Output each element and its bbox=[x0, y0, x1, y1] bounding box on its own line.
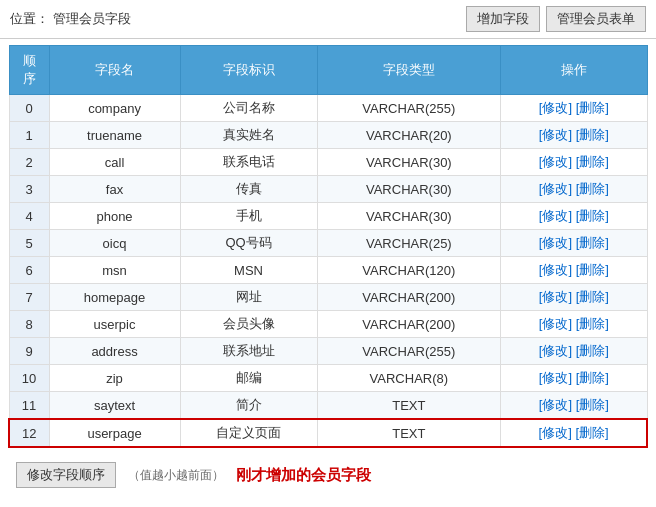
fields-table: 顺序 字段名 字段标识 字段类型 操作 0company公司名称VARCHAR(… bbox=[8, 45, 648, 448]
cell-field-type: VARCHAR(20) bbox=[317, 122, 501, 149]
cell-action: [修改] [删除] bbox=[501, 122, 647, 149]
cell-field-type: VARCHAR(120) bbox=[317, 257, 501, 284]
edit-link[interactable]: [修改] bbox=[539, 208, 572, 223]
cell-action: [修改] [删除] bbox=[501, 338, 647, 365]
manage-member-form-button[interactable]: 管理会员表单 bbox=[546, 6, 646, 32]
cell-action: [修改] [删除] bbox=[501, 365, 647, 392]
cell-action: [修改] [删除] bbox=[501, 203, 647, 230]
table-row: 10zip邮编VARCHAR(8)[修改] [删除] bbox=[9, 365, 647, 392]
table-row: 1truename真实姓名VARCHAR(20)[修改] [删除] bbox=[9, 122, 647, 149]
delete-link[interactable]: [删除] bbox=[576, 235, 609, 250]
edit-link[interactable]: [修改] bbox=[539, 127, 572, 142]
delete-link[interactable]: [删除] bbox=[576, 127, 609, 142]
cell-seq: 6 bbox=[9, 257, 49, 284]
cell-action: [修改] [删除] bbox=[501, 149, 647, 176]
table-row: 3fax传真VARCHAR(30)[修改] [删除] bbox=[9, 176, 647, 203]
edit-link[interactable]: [修改] bbox=[539, 262, 572, 277]
delete-link[interactable]: [删除] bbox=[576, 154, 609, 169]
delete-link[interactable]: [删除] bbox=[575, 425, 608, 440]
cell-action: [修改] [删除] bbox=[501, 311, 647, 338]
cell-field-type: VARCHAR(255) bbox=[317, 95, 501, 122]
col-header-seq: 顺序 bbox=[9, 46, 49, 95]
delete-link[interactable]: [删除] bbox=[576, 100, 609, 115]
new-field-notice: 刚才增加的会员字段 bbox=[236, 466, 371, 485]
delete-link[interactable]: [删除] bbox=[576, 289, 609, 304]
cell-field-type: VARCHAR(255) bbox=[317, 338, 501, 365]
cell-seq: 4 bbox=[9, 203, 49, 230]
cell-field-name: userpage bbox=[49, 419, 180, 447]
table-row: 9address联系地址VARCHAR(255)[修改] [删除] bbox=[9, 338, 647, 365]
cell-seq: 10 bbox=[9, 365, 49, 392]
table-row: 11saytext简介TEXT[修改] [删除] bbox=[9, 392, 647, 420]
delete-link[interactable]: [删除] bbox=[576, 316, 609, 331]
cell-field-name: truename bbox=[49, 122, 180, 149]
delete-link[interactable]: [删除] bbox=[576, 181, 609, 196]
cell-field-type: TEXT bbox=[317, 392, 501, 420]
cell-field-label: 联系电话 bbox=[180, 149, 317, 176]
cell-seq: 11 bbox=[9, 392, 49, 420]
cell-field-name: zip bbox=[49, 365, 180, 392]
cell-seq: 0 bbox=[9, 95, 49, 122]
cell-field-label: 真实姓名 bbox=[180, 122, 317, 149]
delete-link[interactable]: [删除] bbox=[576, 343, 609, 358]
cell-seq: 5 bbox=[9, 230, 49, 257]
cell-field-label: QQ号码 bbox=[180, 230, 317, 257]
edit-link[interactable]: [修改] bbox=[539, 235, 572, 250]
cell-field-label: 邮编 bbox=[180, 365, 317, 392]
table-row: 0company公司名称VARCHAR(255)[修改] [删除] bbox=[9, 95, 647, 122]
table-header-row: 顺序 字段名 字段标识 字段类型 操作 bbox=[9, 46, 647, 95]
edit-link[interactable]: [修改] bbox=[539, 343, 572, 358]
breadcrumb-page: 管理会员字段 bbox=[53, 11, 131, 26]
cell-field-type: VARCHAR(200) bbox=[317, 311, 501, 338]
delete-link[interactable]: [删除] bbox=[576, 208, 609, 223]
cell-field-name: msn bbox=[49, 257, 180, 284]
edit-link[interactable]: [修改] bbox=[539, 316, 572, 331]
cell-field-type: VARCHAR(30) bbox=[317, 149, 501, 176]
cell-field-type: VARCHAR(8) bbox=[317, 365, 501, 392]
cell-field-label: 会员头像 bbox=[180, 311, 317, 338]
col-header-action: 操作 bbox=[501, 46, 647, 95]
cell-field-type: VARCHAR(25) bbox=[317, 230, 501, 257]
add-field-button[interactable]: 增加字段 bbox=[466, 6, 540, 32]
cell-action: [修改] [删除] bbox=[501, 230, 647, 257]
cell-field-name: fax bbox=[49, 176, 180, 203]
edit-link[interactable]: [修改] bbox=[539, 425, 572, 440]
cell-seq: 8 bbox=[9, 311, 49, 338]
edit-link[interactable]: [修改] bbox=[539, 181, 572, 196]
delete-link[interactable]: [删除] bbox=[576, 397, 609, 412]
cell-action: [修改] [删除] bbox=[501, 392, 647, 420]
cell-field-label: 网址 bbox=[180, 284, 317, 311]
cell-action: [修改] [删除] bbox=[501, 419, 647, 447]
cell-seq: 3 bbox=[9, 176, 49, 203]
edit-link[interactable]: [修改] bbox=[539, 370, 572, 385]
delete-link[interactable]: [删除] bbox=[576, 262, 609, 277]
cell-field-name: call bbox=[49, 149, 180, 176]
cell-field-label: MSN bbox=[180, 257, 317, 284]
table-row: 12userpage自定义页面TEXT[修改] [删除] bbox=[9, 419, 647, 447]
table-row: 6msnMSNVARCHAR(120)[修改] [删除] bbox=[9, 257, 647, 284]
cell-field-name: company bbox=[49, 95, 180, 122]
table-row: 2call联系电话VARCHAR(30)[修改] [删除] bbox=[9, 149, 647, 176]
table-row: 5oicqQQ号码VARCHAR(25)[修改] [删除] bbox=[9, 230, 647, 257]
edit-link[interactable]: [修改] bbox=[539, 154, 572, 169]
cell-field-name: address bbox=[49, 338, 180, 365]
edit-link[interactable]: [修改] bbox=[539, 397, 572, 412]
col-header-name: 字段名 bbox=[49, 46, 180, 95]
edit-link[interactable]: [修改] bbox=[539, 289, 572, 304]
table-row: 4phone手机VARCHAR(30)[修改] [删除] bbox=[9, 203, 647, 230]
col-header-type: 字段类型 bbox=[317, 46, 501, 95]
cell-seq: 9 bbox=[9, 338, 49, 365]
cell-field-label: 简介 bbox=[180, 392, 317, 420]
breadcrumb-label: 位置： bbox=[10, 11, 49, 26]
cell-field-name: phone bbox=[49, 203, 180, 230]
cell-field-type: TEXT bbox=[317, 419, 501, 447]
edit-link[interactable]: [修改] bbox=[539, 100, 572, 115]
table-row: 7homepage网址VARCHAR(200)[修改] [删除] bbox=[9, 284, 647, 311]
sort-order-button[interactable]: 修改字段顺序 bbox=[16, 462, 116, 488]
cell-field-type: VARCHAR(200) bbox=[317, 284, 501, 311]
cell-action: [修改] [删除] bbox=[501, 284, 647, 311]
cell-field-label: 传真 bbox=[180, 176, 317, 203]
cell-seq: 2 bbox=[9, 149, 49, 176]
delete-link[interactable]: [删除] bbox=[576, 370, 609, 385]
top-buttons: 增加字段 管理会员表单 bbox=[466, 6, 646, 32]
